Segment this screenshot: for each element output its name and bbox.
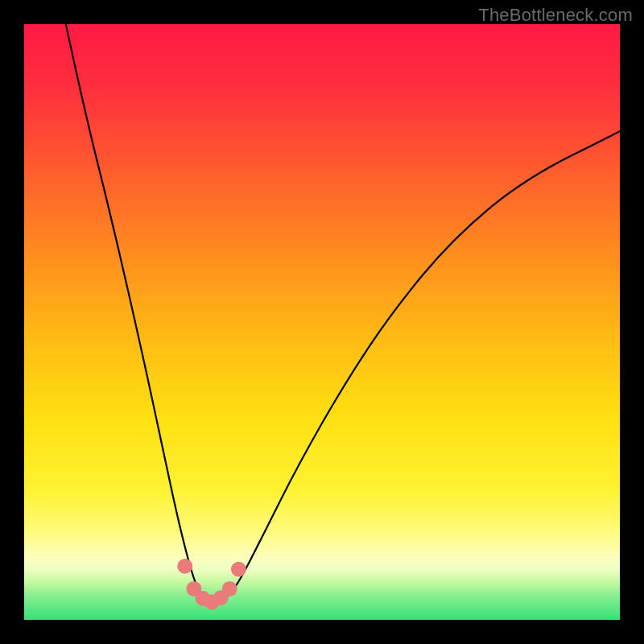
minimum-markers	[177, 559, 246, 609]
marker-dot	[231, 562, 246, 577]
curve-layer	[24, 24, 620, 620]
marker-dot	[222, 581, 237, 597]
marker-dot	[177, 559, 192, 574]
chart-wrapper: TheBottleneck.com	[0, 0, 644, 644]
watermark: TheBottleneck.com	[478, 5, 633, 26]
plot-area	[24, 24, 620, 620]
bottleneck-curve	[66, 24, 620, 601]
